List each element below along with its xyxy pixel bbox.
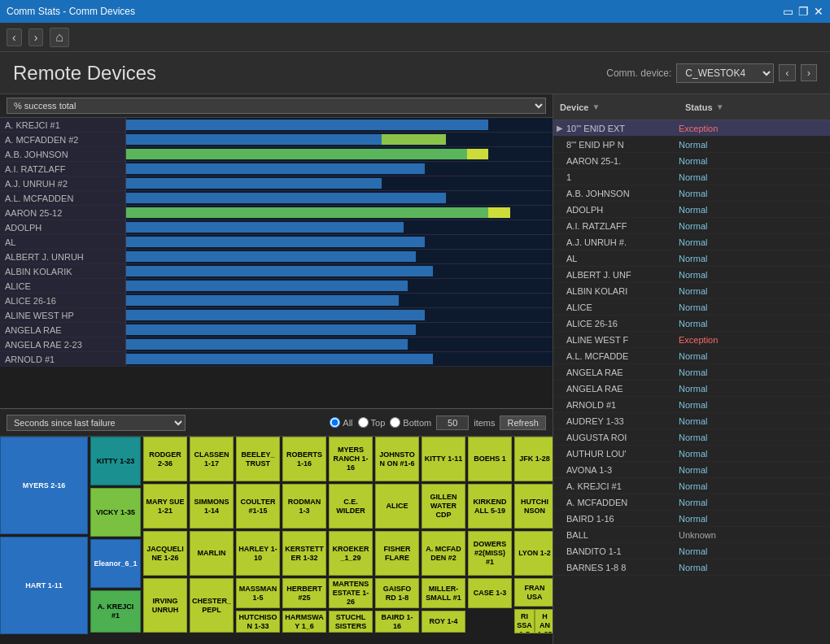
close-icon[interactable]: ✕ — [814, 5, 823, 18]
chart-row[interactable]: ADOLPH — [0, 220, 553, 235]
device-list-item[interactable]: ▶10'" ENID EXTException — [553, 120, 830, 137]
treemap-cell[interactable]: MARI SSA 1-5 — [514, 609, 535, 633]
treemap-cell[interactable]: IRVING UNRUH — [143, 578, 187, 633]
chart-row[interactable]: ANGELA RAE 2-23 — [0, 337, 553, 352]
chart-row[interactable]: A. KREJCI #1 — [0, 118, 553, 133]
treemap-cell[interactable]: SIMMONS 1-14 — [190, 484, 234, 529]
chart-row[interactable]: ALICE — [0, 279, 553, 294]
radio-top[interactable]: Top — [358, 417, 386, 428]
chart-row[interactable]: ANGELA RAE — [0, 323, 553, 337]
treemap-cell[interactable]: BAIRD 1-16 — [375, 611, 419, 633]
treemap-cell[interactable]: LYON 1-2 — [514, 531, 553, 576]
treemap-cell[interactable]: HARMSWAY 1_6 — [282, 611, 326, 633]
treemap-cell[interactable]: COULTER #1-15 — [236, 484, 280, 529]
chart-metric-select[interactable]: % success total — [7, 98, 546, 114]
device-list-item[interactable]: A.I. RATZLAFFNormal — [553, 218, 830, 234]
radio-bottom[interactable]: Bottom — [390, 417, 431, 428]
treemap-cell[interactable]: A. KREJCI #1 — [90, 590, 141, 633]
treemap-cell[interactable]: JFK 1-28 — [514, 437, 553, 481]
items-count-input[interactable] — [436, 416, 469, 430]
status-filter-icon[interactable]: ▼ — [716, 102, 724, 111]
treemap-cell[interactable]: MILLER- SMALL #1 — [422, 578, 465, 608]
chart-row[interactable]: A.J. UNRUH #2 — [0, 176, 553, 191]
comm-device-select[interactable]: C_WESTOK4 — [676, 63, 774, 83]
treemap-cell[interactable]: ROY 1-4 — [422, 611, 465, 633]
chart-row[interactable]: ALINE WEST HP — [0, 308, 553, 323]
treemap-cell[interactable]: KERSTETTER 1-32 — [282, 531, 326, 576]
radio-all[interactable]: All — [330, 417, 352, 428]
device-list-item[interactable]: BANDITO 1-1Normal — [553, 543, 830, 559]
device-list-item[interactable]: 1Normal — [553, 169, 830, 185]
treemap-cell[interactable]: JACQUELINE 1-26 — [143, 531, 187, 576]
treemap-cell[interactable]: KITTY 1-11 — [422, 437, 465, 481]
device-list-item[interactable]: ALBERT J. UNFNormal — [553, 267, 830, 283]
treemap-cell[interactable]: CASE 1-3 — [468, 578, 512, 608]
treemap-cell[interactable]: MARY SUE 1-21 — [143, 484, 187, 529]
device-list-item[interactable]: ALINE WEST FException — [553, 332, 830, 348]
device-list-item[interactable]: AUTHUR LOU'Normal — [553, 446, 830, 462]
device-list-item[interactable]: ADOLPHNormal — [553, 202, 830, 218]
comm-next-button[interactable]: › — [801, 64, 817, 81]
treemap-cell[interactable]: C.E. WILDER — [329, 484, 373, 529]
chart-row[interactable]: A.B. JOHNSON — [0, 147, 553, 162]
device-list-item[interactable]: A. MCFADDENNormal — [553, 494, 830, 511]
treemap-cell[interactable]: CHESTER_ PEPL — [190, 578, 234, 633]
treemap-cell[interactable]: GAISFO RD 1-8 — [375, 578, 419, 608]
treemap-cell[interactable]: BEELEY_ TRUST — [236, 437, 280, 481]
treemap-cell[interactable]: CLASSEN 1-17 — [190, 437, 234, 481]
treemap-cell[interactable]: A. MCFAD DEN #2 — [422, 531, 465, 576]
refresh-button[interactable]: Refresh — [500, 416, 546, 430]
device-list-item[interactable]: BAIRD 1-16Normal — [553, 511, 830, 527]
device-list-item[interactable]: ARNOLD #1Normal — [553, 397, 830, 413]
device-list-item[interactable]: ALICENormal — [553, 299, 830, 315]
device-list-item[interactable]: A.J. UNRUH #.Normal — [553, 234, 830, 250]
treemap-cell[interactable]: HUTCHI NSON — [514, 484, 553, 529]
device-list-item[interactable]: AUDREY 1-33Normal — [553, 413, 830, 429]
chart-row[interactable]: ALBERT J. UNRUH — [0, 250, 553, 264]
treemap-cell[interactable]: VICKY 1-35 — [90, 488, 141, 537]
treemap-cell[interactable]: RODMAN 1-3 — [282, 484, 326, 529]
chart-row[interactable]: AL — [0, 235, 553, 250]
treemap-cell[interactable]: KIRKEND ALL 5-19 — [468, 484, 512, 529]
device-filter-icon[interactable]: ▼ — [592, 102, 600, 111]
device-list-item[interactable]: ANGELA RAENormal — [553, 364, 830, 381]
treemap-cell[interactable]: MARLIN — [190, 531, 234, 576]
chart-row[interactable]: A.L. MCFADDEN — [0, 191, 553, 206]
title-bar-controls[interactable]: ▭ ❐ ✕ — [783, 5, 823, 18]
device-list-item[interactable]: ALNormal — [553, 250, 830, 267]
treemap-cell[interactable]: Eleanor_6_1 — [90, 539, 141, 588]
treemap-cell[interactable]: JOHNSTON ON #1-6 — [375, 437, 419, 481]
treemap-cell[interactable]: KROEKER _1_29 — [329, 531, 373, 576]
chart-row[interactable]: A. MCFADDEN #2 — [0, 133, 553, 147]
treemap-cell[interactable]: STUCHL SISTERS — [329, 611, 373, 633]
device-list-item[interactable]: ALICE 26-16Normal — [553, 315, 830, 332]
treemap-cell[interactable]: NATH AN 1-25 — [535, 609, 553, 633]
device-list-item[interactable]: ALBIN KOLARINormal — [553, 283, 830, 299]
device-list-item[interactable]: AVONA 1-3Normal — [553, 462, 830, 478]
treemap-cell[interactable]: GILLEN WATER CDP — [422, 484, 465, 529]
chart-row[interactable]: ARNOLD #1 — [0, 352, 553, 367]
chart-row[interactable]: ALICE 26-16 — [0, 294, 553, 308]
treemap-cell[interactable]: DOWERS #2(MISS) #1 — [468, 531, 512, 576]
treemap-cell[interactable]: HERBERT #25 — [282, 578, 326, 608]
treemap-cell[interactable]: HART 1-11 — [0, 537, 88, 634]
treemap-cell[interactable]: MARTENS ESTATE 1-26 — [329, 578, 373, 608]
treemap-cell[interactable]: KITTY 1-23 — [90, 437, 141, 485]
treemap-cell[interactable]: RODGER 2-36 — [143, 437, 187, 481]
treemap-cell[interactable]: MYERS RANCH 1-16 — [329, 437, 373, 481]
device-list[interactable]: ▶10'" ENID EXTException8'" ENID HP NNorm… — [553, 120, 830, 644]
treemap-cell[interactable]: BOEHS 1 — [468, 437, 512, 481]
device-list-item[interactable]: AARON 25-1.Normal — [553, 153, 830, 169]
chart-rows[interactable]: A. KREJCI #1A. MCFADDEN #2A.B. JOHNSONA.… — [0, 118, 553, 367]
chart-row[interactable]: AARON 25-12 — [0, 206, 553, 220]
device-list-item[interactable]: AUGUSTA ROINormal — [553, 429, 830, 446]
device-list-item[interactable]: A. KREJCI #1Normal — [553, 478, 830, 494]
device-list-item[interactable]: 8'" ENID HP NNormal — [553, 137, 830, 153]
minimize-icon[interactable]: ▭ — [783, 5, 793, 18]
device-list-item[interactable]: BALLUnknown — [553, 527, 830, 543]
device-list-item[interactable]: BARNES 1-8 8Normal — [553, 559, 830, 576]
chart-row[interactable]: A.I. RATZLAFF — [0, 162, 553, 176]
treemap-cell[interactable]: ROBERTS 1-16 — [282, 437, 326, 481]
treemap-cell[interactable]: FISHER FLARE — [375, 531, 419, 576]
comm-prev-button[interactable]: ‹ — [779, 64, 795, 81]
